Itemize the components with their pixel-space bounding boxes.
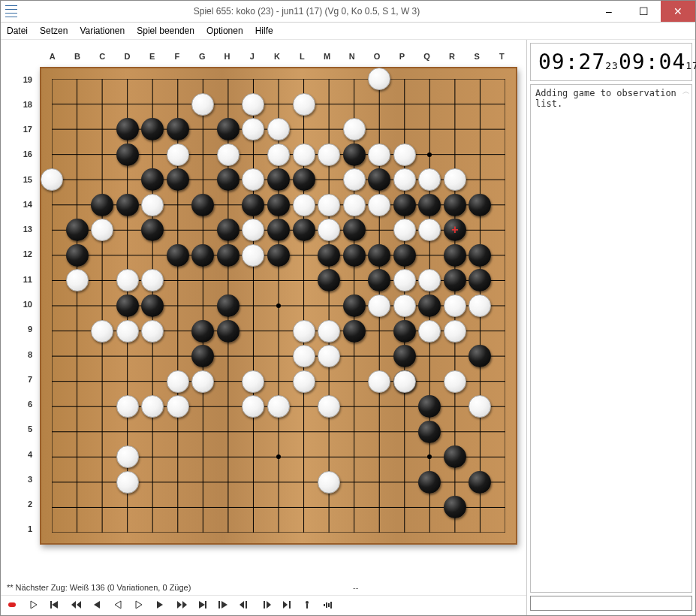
menu-optionen[interactable]: Optionen — [206, 26, 243, 36]
stone-b[interactable] — [343, 219, 366, 241]
stone-w[interactable] — [393, 370, 416, 393]
stone-w[interactable] — [242, 244, 264, 267]
stone-w[interactable] — [318, 345, 340, 367]
stone-w[interactable] — [318, 395, 340, 418]
stone-b[interactable] — [444, 269, 466, 291]
var-fwd-icon[interactable] — [261, 600, 271, 611]
stone-w[interactable] — [318, 143, 340, 166]
stone-b[interactable] — [66, 244, 89, 267]
stone-b[interactable] — [444, 496, 466, 518]
stone-b[interactable] — [167, 244, 189, 267]
stone-b[interactable] — [141, 219, 164, 241]
stone-w[interactable] — [293, 194, 315, 216]
stone-b[interactable] — [191, 194, 214, 216]
stone-w[interactable] — [293, 345, 315, 367]
stone-b[interactable] — [444, 194, 466, 216]
stone-b[interactable] — [116, 143, 139, 166]
stone-b[interactable] — [191, 320, 214, 343]
first-icon[interactable] — [50, 600, 61, 611]
stone-w[interactable] — [368, 143, 390, 166]
chat-input[interactable] — [530, 596, 692, 611]
stone-w[interactable] — [444, 168, 466, 191]
stone-b[interactable] — [267, 219, 290, 241]
stone-w[interactable] — [469, 395, 491, 418]
stone-w[interactable] — [418, 168, 441, 191]
stone-w[interactable] — [343, 194, 366, 216]
stone-b[interactable] — [444, 244, 466, 267]
stone-w[interactable] — [141, 395, 164, 418]
menu-datei[interactable]: Datei — [7, 26, 28, 36]
fast-fwd-icon[interactable] — [176, 600, 187, 611]
stone-w[interactable] — [116, 395, 139, 418]
stone-b[interactable] — [167, 118, 189, 140]
stone-w[interactable] — [418, 269, 441, 291]
stone-w[interactable] — [293, 93, 315, 116]
stone-w[interactable] — [267, 143, 290, 166]
stone-b[interactable] — [217, 320, 240, 343]
stone-b[interactable] — [418, 294, 441, 317]
stone-w[interactable] — [191, 93, 214, 116]
stone-b[interactable] — [343, 143, 366, 166]
stone-w[interactable] — [217, 143, 240, 166]
stone-w[interactable] — [41, 168, 63, 191]
stone-w[interactable] — [167, 395, 189, 418]
go-board[interactable]: + — [40, 67, 517, 545]
stone-w[interactable] — [116, 471, 139, 494]
stone-w[interactable] — [469, 294, 491, 317]
stone-b[interactable] — [393, 244, 416, 267]
stone-b[interactable] — [418, 395, 441, 418]
stone-b[interactable] — [393, 345, 416, 367]
minimize-button[interactable]: – — [592, 1, 626, 22]
stone-b[interactable] — [116, 294, 139, 317]
stone-b[interactable] — [368, 168, 390, 191]
stone-w[interactable] — [444, 294, 466, 317]
stone-b[interactable] — [141, 118, 164, 140]
stone-b[interactable] — [141, 294, 164, 317]
stone-b[interactable] — [469, 244, 491, 267]
stone-w[interactable] — [167, 370, 189, 393]
stone-w[interactable] — [318, 320, 340, 343]
stone-w[interactable] — [418, 320, 441, 343]
stone-w[interactable] — [444, 370, 466, 393]
menu-variationen[interactable]: Variationen — [80, 26, 125, 36]
stone-b[interactable] — [469, 471, 491, 494]
stone-w[interactable] — [343, 118, 366, 140]
stone-w[interactable] — [242, 219, 264, 241]
stone-b[interactable] — [318, 244, 340, 267]
stone-b[interactable] — [293, 219, 315, 241]
stone-w[interactable] — [393, 219, 416, 241]
stone-w[interactable] — [368, 294, 390, 317]
stone-b[interactable] — [469, 194, 491, 216]
stone-w[interactable] — [318, 194, 340, 216]
stone-b[interactable] — [469, 345, 491, 367]
stone-w[interactable] — [141, 269, 164, 291]
stone-w[interactable] — [293, 370, 315, 393]
stone-w[interactable] — [141, 194, 164, 216]
stone-b[interactable] — [444, 219, 466, 241]
fast-back-icon[interactable] — [71, 600, 82, 611]
stone-w[interactable] — [242, 395, 264, 418]
stone-w[interactable] — [293, 143, 315, 166]
stone-b[interactable] — [217, 168, 240, 191]
stone-b[interactable] — [116, 194, 139, 216]
fwd-icon[interactable] — [155, 600, 166, 611]
stone-w[interactable] — [368, 194, 390, 216]
stone-w[interactable] — [318, 471, 340, 494]
menu-setzen[interactable]: Setzen — [40, 26, 68, 36]
stone-w[interactable] — [393, 269, 416, 291]
stone-b[interactable] — [191, 345, 214, 367]
stone-w[interactable] — [368, 370, 390, 393]
var-back-icon[interactable] — [240, 600, 250, 611]
step-back-icon[interactable] — [113, 600, 124, 611]
stone-b[interactable] — [469, 269, 491, 291]
stone-w[interactable] — [141, 320, 164, 343]
last-icon[interactable] — [197, 600, 208, 611]
scroll-up-icon[interactable]: ︿ — [682, 86, 690, 97]
stone-b[interactable] — [267, 168, 290, 191]
stone-w[interactable] — [418, 219, 441, 241]
stone-w[interactable] — [116, 269, 139, 291]
stone-b[interactable] — [167, 168, 189, 191]
menu-hilfe[interactable]: Hilfe — [255, 26, 273, 36]
back-icon[interactable] — [92, 600, 103, 611]
stone-b[interactable] — [217, 244, 240, 267]
